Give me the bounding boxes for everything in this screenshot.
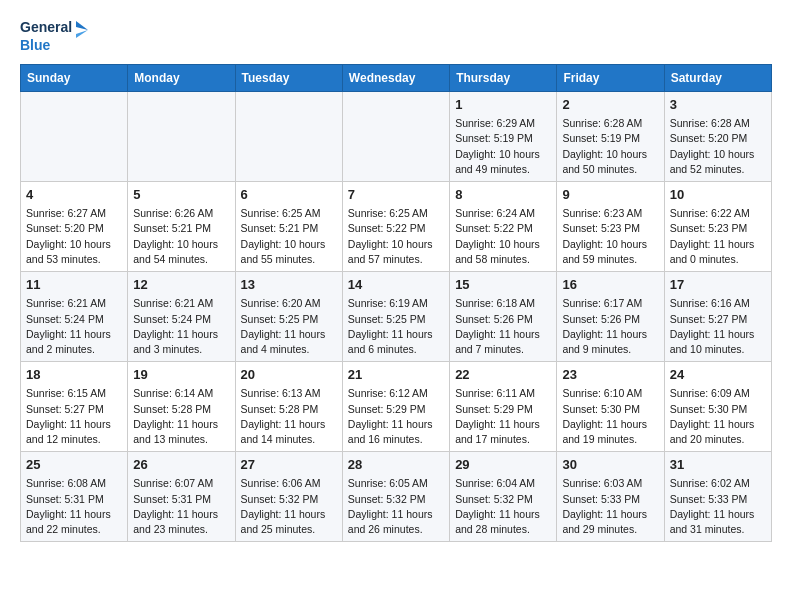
calendar-week-1: 1Sunrise: 6:29 AMSunset: 5:19 PMDaylight… bbox=[21, 92, 772, 182]
day-info: Sunrise: 6:12 AMSunset: 5:29 PMDaylight:… bbox=[348, 386, 444, 447]
day-info: Sunrise: 6:25 AMSunset: 5:21 PMDaylight:… bbox=[241, 206, 337, 267]
day-info: Sunrise: 6:21 AMSunset: 5:24 PMDaylight:… bbox=[26, 296, 122, 357]
day-info: Sunrise: 6:20 AMSunset: 5:25 PMDaylight:… bbox=[241, 296, 337, 357]
calendar-cell: 14Sunrise: 6:19 AMSunset: 5:25 PMDayligh… bbox=[342, 272, 449, 362]
calendar-cell bbox=[21, 92, 128, 182]
calendar-cell: 13Sunrise: 6:20 AMSunset: 5:25 PMDayligh… bbox=[235, 272, 342, 362]
calendar-cell: 16Sunrise: 6:17 AMSunset: 5:26 PMDayligh… bbox=[557, 272, 664, 362]
day-info: Sunrise: 6:27 AMSunset: 5:20 PMDaylight:… bbox=[26, 206, 122, 267]
day-info: Sunrise: 6:09 AMSunset: 5:30 PMDaylight:… bbox=[670, 386, 766, 447]
calendar-cell: 2Sunrise: 6:28 AMSunset: 5:19 PMDaylight… bbox=[557, 92, 664, 182]
logo-svg: General Blue bbox=[20, 16, 90, 56]
day-number: 1 bbox=[455, 96, 551, 114]
calendar-cell: 21Sunrise: 6:12 AMSunset: 5:29 PMDayligh… bbox=[342, 362, 449, 452]
day-number: 25 bbox=[26, 456, 122, 474]
day-number: 17 bbox=[670, 276, 766, 294]
day-info: Sunrise: 6:25 AMSunset: 5:22 PMDaylight:… bbox=[348, 206, 444, 267]
day-number: 30 bbox=[562, 456, 658, 474]
day-info: Sunrise: 6:19 AMSunset: 5:25 PMDaylight:… bbox=[348, 296, 444, 357]
day-info: Sunrise: 6:02 AMSunset: 5:33 PMDaylight:… bbox=[670, 476, 766, 537]
calendar-week-3: 11Sunrise: 6:21 AMSunset: 5:24 PMDayligh… bbox=[21, 272, 772, 362]
header-sunday: Sunday bbox=[21, 65, 128, 92]
day-info: Sunrise: 6:04 AMSunset: 5:32 PMDaylight:… bbox=[455, 476, 551, 537]
header-thursday: Thursday bbox=[450, 65, 557, 92]
calendar-table: SundayMondayTuesdayWednesdayThursdayFrid… bbox=[20, 64, 772, 542]
day-number: 6 bbox=[241, 186, 337, 204]
calendar-cell: 8Sunrise: 6:24 AMSunset: 5:22 PMDaylight… bbox=[450, 182, 557, 272]
calendar-cell: 15Sunrise: 6:18 AMSunset: 5:26 PMDayligh… bbox=[450, 272, 557, 362]
day-info: Sunrise: 6:17 AMSunset: 5:26 PMDaylight:… bbox=[562, 296, 658, 357]
calendar-cell: 6Sunrise: 6:25 AMSunset: 5:21 PMDaylight… bbox=[235, 182, 342, 272]
day-number: 9 bbox=[562, 186, 658, 204]
day-info: Sunrise: 6:18 AMSunset: 5:26 PMDaylight:… bbox=[455, 296, 551, 357]
day-number: 12 bbox=[133, 276, 229, 294]
day-info: Sunrise: 6:06 AMSunset: 5:32 PMDaylight:… bbox=[241, 476, 337, 537]
logo: General Blue bbox=[20, 16, 90, 56]
day-number: 23 bbox=[562, 366, 658, 384]
day-info: Sunrise: 6:26 AMSunset: 5:21 PMDaylight:… bbox=[133, 206, 229, 267]
header-monday: Monday bbox=[128, 65, 235, 92]
calendar-cell bbox=[235, 92, 342, 182]
day-info: Sunrise: 6:21 AMSunset: 5:24 PMDaylight:… bbox=[133, 296, 229, 357]
day-info: Sunrise: 6:16 AMSunset: 5:27 PMDaylight:… bbox=[670, 296, 766, 357]
day-number: 22 bbox=[455, 366, 551, 384]
day-info: Sunrise: 6:28 AMSunset: 5:19 PMDaylight:… bbox=[562, 116, 658, 177]
calendar-cell: 29Sunrise: 6:04 AMSunset: 5:32 PMDayligh… bbox=[450, 452, 557, 542]
day-info: Sunrise: 6:14 AMSunset: 5:28 PMDaylight:… bbox=[133, 386, 229, 447]
day-number: 3 bbox=[670, 96, 766, 114]
day-number: 2 bbox=[562, 96, 658, 114]
header-tuesday: Tuesday bbox=[235, 65, 342, 92]
svg-marker-3 bbox=[76, 30, 88, 38]
calendar-cell: 30Sunrise: 6:03 AMSunset: 5:33 PMDayligh… bbox=[557, 452, 664, 542]
svg-marker-2 bbox=[76, 21, 88, 30]
day-number: 15 bbox=[455, 276, 551, 294]
day-info: Sunrise: 6:22 AMSunset: 5:23 PMDaylight:… bbox=[670, 206, 766, 267]
day-number: 29 bbox=[455, 456, 551, 474]
calendar-cell: 27Sunrise: 6:06 AMSunset: 5:32 PMDayligh… bbox=[235, 452, 342, 542]
day-info: Sunrise: 6:03 AMSunset: 5:33 PMDaylight:… bbox=[562, 476, 658, 537]
day-number: 13 bbox=[241, 276, 337, 294]
day-number: 21 bbox=[348, 366, 444, 384]
svg-text:General: General bbox=[20, 19, 72, 35]
day-info: Sunrise: 6:05 AMSunset: 5:32 PMDaylight:… bbox=[348, 476, 444, 537]
calendar-cell: 1Sunrise: 6:29 AMSunset: 5:19 PMDaylight… bbox=[450, 92, 557, 182]
day-number: 28 bbox=[348, 456, 444, 474]
day-number: 26 bbox=[133, 456, 229, 474]
calendar-week-4: 18Sunrise: 6:15 AMSunset: 5:27 PMDayligh… bbox=[21, 362, 772, 452]
svg-text:Blue: Blue bbox=[20, 37, 51, 53]
calendar-cell: 20Sunrise: 6:13 AMSunset: 5:28 PMDayligh… bbox=[235, 362, 342, 452]
calendar-week-2: 4Sunrise: 6:27 AMSunset: 5:20 PMDaylight… bbox=[21, 182, 772, 272]
calendar-cell: 31Sunrise: 6:02 AMSunset: 5:33 PMDayligh… bbox=[664, 452, 771, 542]
calendar-cell: 3Sunrise: 6:28 AMSunset: 5:20 PMDaylight… bbox=[664, 92, 771, 182]
day-number: 8 bbox=[455, 186, 551, 204]
calendar-cell: 28Sunrise: 6:05 AMSunset: 5:32 PMDayligh… bbox=[342, 452, 449, 542]
calendar-cell: 19Sunrise: 6:14 AMSunset: 5:28 PMDayligh… bbox=[128, 362, 235, 452]
calendar-cell: 24Sunrise: 6:09 AMSunset: 5:30 PMDayligh… bbox=[664, 362, 771, 452]
day-number: 20 bbox=[241, 366, 337, 384]
calendar-cell: 25Sunrise: 6:08 AMSunset: 5:31 PMDayligh… bbox=[21, 452, 128, 542]
day-number: 19 bbox=[133, 366, 229, 384]
day-info: Sunrise: 6:11 AMSunset: 5:29 PMDaylight:… bbox=[455, 386, 551, 447]
calendar-cell: 11Sunrise: 6:21 AMSunset: 5:24 PMDayligh… bbox=[21, 272, 128, 362]
day-info: Sunrise: 6:28 AMSunset: 5:20 PMDaylight:… bbox=[670, 116, 766, 177]
day-info: Sunrise: 6:10 AMSunset: 5:30 PMDaylight:… bbox=[562, 386, 658, 447]
day-number: 7 bbox=[348, 186, 444, 204]
day-info: Sunrise: 6:13 AMSunset: 5:28 PMDaylight:… bbox=[241, 386, 337, 447]
calendar-cell: 12Sunrise: 6:21 AMSunset: 5:24 PMDayligh… bbox=[128, 272, 235, 362]
calendar-cell: 10Sunrise: 6:22 AMSunset: 5:23 PMDayligh… bbox=[664, 182, 771, 272]
day-info: Sunrise: 6:29 AMSunset: 5:19 PMDaylight:… bbox=[455, 116, 551, 177]
calendar-cell: 18Sunrise: 6:15 AMSunset: 5:27 PMDayligh… bbox=[21, 362, 128, 452]
page-header: General Blue bbox=[20, 16, 772, 56]
day-info: Sunrise: 6:23 AMSunset: 5:23 PMDaylight:… bbox=[562, 206, 658, 267]
header-friday: Friday bbox=[557, 65, 664, 92]
day-number: 4 bbox=[26, 186, 122, 204]
header-saturday: Saturday bbox=[664, 65, 771, 92]
day-number: 5 bbox=[133, 186, 229, 204]
calendar-cell: 7Sunrise: 6:25 AMSunset: 5:22 PMDaylight… bbox=[342, 182, 449, 272]
calendar-week-5: 25Sunrise: 6:08 AMSunset: 5:31 PMDayligh… bbox=[21, 452, 772, 542]
day-info: Sunrise: 6:15 AMSunset: 5:27 PMDaylight:… bbox=[26, 386, 122, 447]
day-number: 16 bbox=[562, 276, 658, 294]
day-number: 27 bbox=[241, 456, 337, 474]
day-info: Sunrise: 6:07 AMSunset: 5:31 PMDaylight:… bbox=[133, 476, 229, 537]
day-number: 18 bbox=[26, 366, 122, 384]
